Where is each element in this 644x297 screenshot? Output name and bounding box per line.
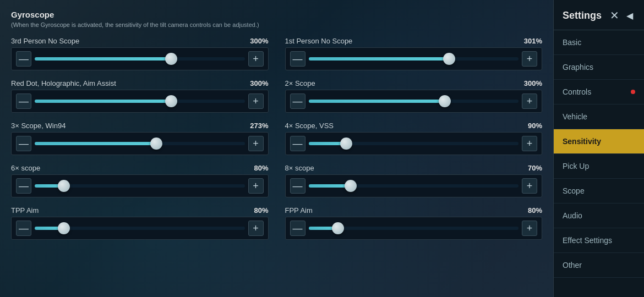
slider-track-2[interactable]: [35, 94, 245, 109]
slider-group-2: Red Dot, Holographic, Aim Assist300%—+: [11, 79, 269, 113]
nav-item-other[interactable]: Other: [554, 253, 644, 278]
nav-item-pick-up[interactable]: Pick Up: [554, 154, 644, 179]
nav-dot-2: [631, 90, 635, 94]
nav-label-3: Vehicle: [563, 112, 635, 121]
slider-minus-0[interactable]: —: [16, 51, 31, 67]
slider-plus-6[interactable]: +: [248, 178, 264, 194]
nav-label-4: Sensitivity: [563, 137, 635, 146]
slider-plus-7[interactable]: +: [522, 178, 537, 194]
slider-value-8: 80%: [254, 206, 268, 215]
sliders-grid: 3rd Person No Scope300%—+1st Person No S…: [11, 37, 542, 240]
sidebar-header: Settings ✕ ◀: [554, 0, 644, 30]
close-button[interactable]: ✕: [607, 8, 622, 23]
slider-value-0: 300%: [250, 37, 268, 45]
nav-item-graphics[interactable]: Graphics: [554, 55, 644, 80]
slider-group-6: 6× scope80%—+: [11, 164, 269, 197]
slider-value-6: 80%: [254, 164, 268, 172]
slider-group-4: 3× Scope, Win94273%—+: [11, 122, 269, 155]
slider-plus-0[interactable]: +: [248, 51, 264, 67]
slider-track-6[interactable]: [35, 178, 245, 194]
slider-plus-3[interactable]: +: [522, 94, 537, 109]
slider-label-7: 8× scope: [285, 164, 314, 172]
slider-label-8: TPP Aim: [11, 206, 39, 215]
nav-label-8: Effect Settings: [563, 236, 635, 245]
slider-minus-3[interactable]: —: [290, 94, 305, 109]
slider-label-3: 2× Scope: [285, 79, 315, 87]
slider-group-3: 2× Scope300%—+: [285, 79, 543, 113]
section-subtitle: (When the Gyroscope is activated, the se…: [11, 21, 542, 28]
slider-minus-1[interactable]: —: [290, 51, 305, 67]
slider-value-9: 80%: [528, 206, 542, 215]
sidebar-title: Settings: [563, 10, 602, 21]
slider-minus-4[interactable]: —: [16, 136, 31, 151]
slider-group-9: FPP Aim80%—+: [285, 206, 543, 240]
slider-track-5[interactable]: [309, 136, 519, 151]
nav-label-1: Graphics: [563, 63, 635, 72]
slider-track-9[interactable]: [309, 221, 519, 236]
nav-item-effect-settings[interactable]: Effect Settings: [554, 228, 644, 253]
nav-label-0: Basic: [563, 38, 635, 47]
sidebar-nav: BasicGraphicsControlsVehicleSensitivityP…: [554, 30, 644, 297]
sidebar: Settings ✕ ◀ BasicGraphicsControlsVehicl…: [553, 0, 644, 297]
slider-value-5: 90%: [528, 122, 542, 130]
slider-label-0: 3rd Person No Scope: [11, 37, 79, 45]
slider-minus-8[interactable]: —: [16, 221, 31, 236]
slider-plus-9[interactable]: +: [522, 221, 537, 236]
slider-group-8: TPP Aim80%—+: [11, 206, 269, 240]
slider-label-1: 1st Person No Scope: [285, 37, 353, 45]
nav-label-6: Scope: [563, 186, 635, 195]
nav-item-sensitivity[interactable]: Sensitivity: [554, 129, 644, 154]
slider-plus-8[interactable]: +: [248, 221, 264, 236]
slider-value-7: 70%: [528, 164, 542, 172]
slider-track-0[interactable]: [35, 51, 245, 67]
slider-minus-2[interactable]: —: [16, 94, 31, 109]
nav-item-audio[interactable]: Audio: [554, 204, 644, 228]
nav-item-scope[interactable]: Scope: [554, 179, 644, 204]
slider-minus-7[interactable]: —: [290, 178, 305, 194]
section-title: Gyroscope: [11, 10, 542, 19]
nav-item-vehicle[interactable]: Vehicle: [554, 105, 644, 129]
slider-group-1: 1st Person No Scope301%—+: [285, 37, 543, 70]
slider-value-3: 300%: [524, 79, 542, 87]
slider-minus-5[interactable]: —: [290, 136, 305, 151]
slider-plus-5[interactable]: +: [522, 136, 537, 151]
slider-value-1: 301%: [524, 37, 542, 45]
nav-label-7: Audio: [563, 211, 635, 220]
main-content: Gyroscope (When the Gyroscope is activat…: [0, 0, 553, 297]
slider-track-4[interactable]: [35, 136, 245, 151]
slider-group-7: 8× scope70%—+: [285, 164, 543, 197]
nav-item-controls[interactable]: Controls: [554, 80, 644, 105]
nav-label-2: Controls: [563, 87, 631, 96]
slider-group-5: 4× Scope, VSS90%—+: [285, 122, 543, 155]
slider-plus-1[interactable]: +: [522, 51, 537, 67]
slider-label-9: FPP Aim: [285, 206, 313, 215]
slider-minus-9[interactable]: —: [290, 221, 305, 236]
slider-track-3[interactable]: [309, 94, 519, 109]
slider-minus-6[interactable]: —: [16, 178, 31, 194]
nav-label-5: Pick Up: [563, 162, 635, 170]
nav-item-basic[interactable]: Basic: [554, 30, 644, 55]
slider-label-6: 6× scope: [11, 164, 40, 172]
slider-plus-4[interactable]: +: [248, 136, 264, 151]
slider-value-2: 300%: [250, 79, 268, 87]
slider-group-0: 3rd Person No Scope300%—+: [11, 37, 269, 70]
back-button[interactable]: ◀: [624, 10, 635, 21]
slider-value-4: 273%: [250, 122, 268, 130]
slider-plus-2[interactable]: +: [248, 94, 264, 109]
slider-track-7[interactable]: [309, 178, 519, 194]
slider-label-2: Red Dot, Holographic, Aim Assist: [11, 79, 116, 87]
slider-label-4: 3× Scope, Win94: [11, 122, 66, 130]
slider-label-5: 4× Scope, VSS: [285, 122, 334, 130]
nav-label-9: Other: [563, 261, 635, 270]
slider-track-8[interactable]: [35, 221, 245, 236]
slider-track-1[interactable]: [309, 51, 519, 67]
